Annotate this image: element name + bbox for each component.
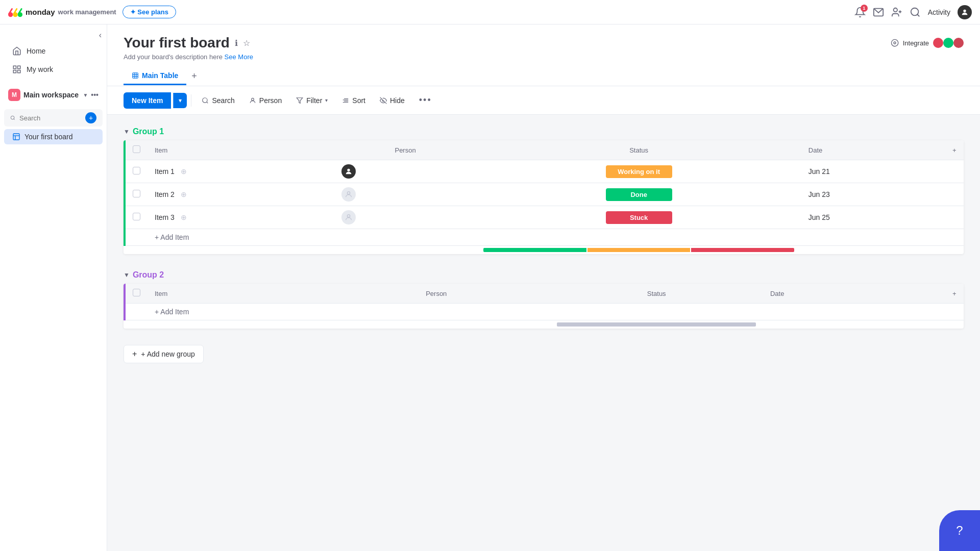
row3-add-person-icon[interactable]: ⊕ bbox=[181, 213, 187, 221]
row3-plus-cell bbox=[945, 206, 964, 229]
see-plans-button[interactable]: ✦ See plans bbox=[122, 6, 176, 18]
row2-person-avatar[interactable] bbox=[341, 187, 356, 202]
new-item-button[interactable]: New Item bbox=[124, 92, 171, 109]
sidebar-item-your-first-board[interactable]: Your first board bbox=[4, 129, 103, 144]
row1-status-cell[interactable]: Working on it bbox=[476, 160, 801, 183]
sidebar-collapse-button[interactable]: ‹ bbox=[94, 29, 107, 42]
row2-checkbox[interactable] bbox=[133, 190, 140, 197]
group1-add-item-row[interactable]: + Add Item bbox=[125, 229, 964, 246]
tab-add-button[interactable]: + bbox=[186, 67, 202, 86]
person-button[interactable]: Person bbox=[243, 93, 288, 108]
person-icon bbox=[249, 97, 256, 104]
sidebar-search-container[interactable]: + bbox=[4, 109, 103, 127]
row3-person-avatar[interactable] bbox=[341, 210, 356, 224]
add-group-label: + Add new group bbox=[141, 350, 194, 358]
invite-icon[interactable] bbox=[891, 7, 902, 18]
group2-title[interactable]: Group 2 bbox=[133, 270, 164, 280]
hide-button[interactable]: Hide bbox=[374, 93, 411, 108]
row1-person-avatar[interactable] bbox=[341, 164, 356, 179]
row1-add-person-icon[interactable]: ⊕ bbox=[181, 167, 187, 176]
sort-icon bbox=[342, 97, 349, 104]
svg-point-36 bbox=[347, 215, 350, 217]
row2-date-cell[interactable]: Jun 23 bbox=[801, 183, 945, 206]
row1-person-cell[interactable] bbox=[334, 160, 477, 183]
svg-marker-28 bbox=[297, 97, 303, 103]
help-widget-icon: ? bbox=[956, 523, 963, 538]
svg-line-8 bbox=[917, 14, 919, 16]
board-title: Your first board bbox=[124, 35, 230, 51]
my-work-icon bbox=[12, 65, 21, 74]
board-icon bbox=[12, 133, 20, 141]
row3-date-cell[interactable]: Jun 25 bbox=[801, 206, 945, 229]
logo-subtext: work management bbox=[58, 8, 116, 16]
row2-item-name[interactable]: Item 2 ⊕ bbox=[148, 183, 334, 206]
summary-working-bar bbox=[587, 248, 690, 252]
help-widget[interactable]: ? bbox=[939, 510, 980, 551]
row3-item-name[interactable]: Item 3 ⊕ bbox=[148, 206, 334, 229]
sidebar-item-my-work[interactable]: My work bbox=[4, 61, 103, 78]
row2-plus-cell bbox=[945, 183, 964, 206]
sidebar-search-input[interactable] bbox=[19, 114, 81, 122]
group2-add-item-checkbox-cell bbox=[125, 304, 148, 320]
new-item-dropdown-button[interactable]: ▾ bbox=[173, 93, 187, 108]
group2-header-person: Person bbox=[323, 284, 550, 304]
toolbar-separator-1 bbox=[191, 94, 191, 107]
svg-line-26 bbox=[207, 102, 208, 103]
sort-button[interactable]: Sort bbox=[336, 93, 372, 108]
group2-collapse-icon[interactable]: ▼ bbox=[124, 271, 130, 279]
integrate-icon bbox=[891, 39, 899, 47]
board-info-icon[interactable]: ℹ bbox=[235, 38, 238, 48]
board-star-icon[interactable]: ☆ bbox=[243, 38, 250, 48]
board-name-label: Your first board bbox=[24, 133, 72, 141]
notification-badge: 1 bbox=[861, 5, 868, 12]
row3-status-cell[interactable]: Stuck bbox=[476, 206, 801, 229]
group2-header-add-col[interactable]: + bbox=[945, 284, 964, 304]
summary-done-bar bbox=[483, 248, 586, 252]
group1-select-all-checkbox[interactable] bbox=[133, 145, 140, 153]
workspace-more-icon[interactable]: ••• bbox=[91, 91, 99, 99]
search-topbar-icon[interactable] bbox=[910, 7, 921, 18]
row1-item-name[interactable]: Item 1 ⊕ bbox=[148, 160, 334, 183]
row2-add-person-icon[interactable]: ⊕ bbox=[181, 190, 187, 198]
sidebar-item-home[interactable]: Home bbox=[4, 42, 103, 60]
group2-header-status: Status bbox=[550, 284, 763, 304]
search-label: Search bbox=[212, 96, 234, 105]
group2-add-item-row[interactable]: + Add Item bbox=[125, 304, 964, 320]
group1-add-item-label[interactable]: + Add Item bbox=[148, 229, 964, 246]
group1-summary-row bbox=[125, 246, 964, 255]
board-tabs: Main Table + bbox=[124, 67, 964, 86]
group2-table: Item Person Status Date + + Add Item bbox=[124, 284, 964, 329]
user-avatar[interactable] bbox=[958, 5, 972, 19]
workspace-header[interactable]: M Main workspace ▼ ••• bbox=[0, 85, 107, 105]
search-button[interactable]: Search bbox=[195, 93, 240, 108]
group1-collapse-icon[interactable]: ▼ bbox=[124, 128, 130, 135]
group1-header-checkbox-col bbox=[125, 140, 148, 160]
svg-rect-20 bbox=[133, 73, 138, 79]
group1-title[interactable]: Group 1 bbox=[133, 127, 164, 136]
integrate-button[interactable]: Integrate bbox=[891, 38, 964, 48]
see-more-link[interactable]: See More bbox=[225, 53, 253, 61]
group2-header-checkbox-col bbox=[125, 284, 148, 304]
group2-header-date: Date bbox=[763, 284, 945, 304]
filter-button[interactable]: Filter ▾ bbox=[290, 93, 334, 108]
row1-checkbox-cell bbox=[125, 160, 148, 183]
inbox-icon[interactable] bbox=[873, 7, 884, 18]
filter-chevron-icon: ▾ bbox=[325, 97, 328, 103]
row2-status-cell[interactable]: Done bbox=[476, 183, 801, 206]
row3-checkbox[interactable] bbox=[133, 213, 140, 220]
tab-main-table[interactable]: Main Table bbox=[124, 67, 186, 85]
add-new-group-button[interactable]: + + Add new group bbox=[124, 345, 204, 363]
notifications-icon[interactable]: 1 bbox=[854, 7, 866, 18]
group1-header-item: Item bbox=[148, 140, 334, 160]
add-item-checkbox-cell bbox=[125, 229, 148, 246]
row1-date-cell[interactable]: Jun 21 bbox=[801, 160, 945, 183]
hide-icon bbox=[380, 97, 387, 104]
group1-header-add-col[interactable]: + bbox=[945, 140, 964, 160]
row2-person-cell[interactable] bbox=[334, 183, 477, 206]
more-options-button[interactable]: ••• bbox=[413, 91, 438, 109]
row3-person-cell[interactable] bbox=[334, 206, 477, 229]
group2-select-all-checkbox[interactable] bbox=[133, 289, 140, 296]
group2-add-item-label[interactable]: + Add Item bbox=[148, 304, 964, 320]
row1-checkbox[interactable] bbox=[133, 167, 140, 174]
sidebar-add-button[interactable]: + bbox=[85, 112, 96, 123]
